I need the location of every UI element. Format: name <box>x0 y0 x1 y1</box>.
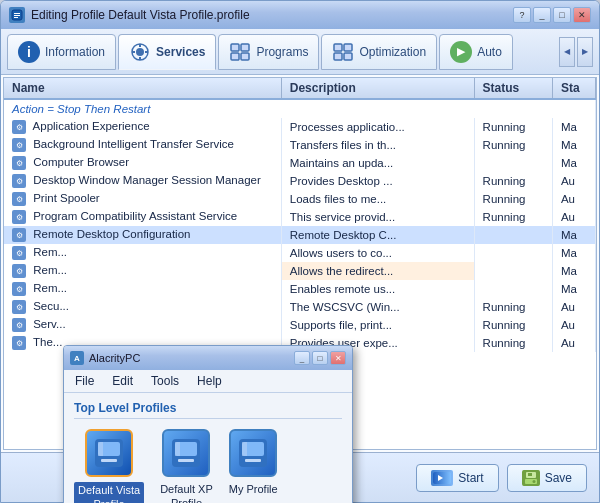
service-icon: ⚙ <box>12 138 26 152</box>
tab-optimization-label: Optimization <box>359 45 426 59</box>
col-status[interactable]: Status <box>474 78 552 99</box>
service-icon: ⚙ <box>12 300 26 314</box>
service-icon: ⚙ <box>12 120 26 134</box>
service-description: Provides Desktop ... <box>281 172 474 190</box>
col-name[interactable]: Name <box>4 78 281 99</box>
table-row: ⚙ Rem... Allows users to co... Ma <box>4 244 596 262</box>
service-startup: Ma <box>552 154 595 172</box>
service-description: Transfers files in th... <box>281 136 474 154</box>
service-description: Remote Desktop C... <box>281 226 474 244</box>
service-status: Running <box>474 136 552 154</box>
col-startup[interactable]: Sta <box>552 78 595 99</box>
tab-optimization[interactable]: Optimization <box>321 34 437 70</box>
service-name: ⚙ Secu... <box>4 298 281 316</box>
close-button[interactable]: ✕ <box>573 7 591 23</box>
menu-file[interactable]: File <box>72 373 97 389</box>
help-button[interactable]: ? <box>513 7 531 23</box>
service-startup: Ma <box>552 136 595 154</box>
profile-label-vista: Default VistaProfile <box>74 482 144 503</box>
service-icon: ⚙ <box>12 156 26 170</box>
profile-icon-xp <box>162 429 210 477</box>
service-icon: ⚙ <box>12 318 26 332</box>
action-text: Action = Stop Then Restart <box>4 99 596 118</box>
minimize-button[interactable]: _ <box>533 7 551 23</box>
save-button[interactable]: Save <box>507 464 587 492</box>
services-table: Name Description Status Sta Action = Sto… <box>4 78 596 352</box>
tab-programs[interactable]: Programs <box>218 34 319 70</box>
service-name: ⚙ Remote Desktop Configuration <box>4 226 281 244</box>
tab-auto[interactable]: ▶ Auto <box>439 34 513 70</box>
service-status: Running <box>474 298 552 316</box>
scroll-left-button[interactable]: ◀ <box>559 37 575 67</box>
service-icon: ⚙ <box>12 336 26 350</box>
menu-help[interactable]: Help <box>194 373 225 389</box>
profile-label-my: My Profile <box>229 482 278 496</box>
save-label: Save <box>545 471 572 485</box>
tab-information[interactable]: i Information <box>7 34 116 70</box>
popup-minimize-button[interactable]: _ <box>294 351 310 365</box>
service-icon: ⚙ <box>12 282 26 296</box>
menu-edit[interactable]: Edit <box>109 373 136 389</box>
toolbar: i Information Services <box>1 29 599 75</box>
service-startup: Au <box>552 190 595 208</box>
service-status <box>474 280 552 298</box>
window-title: Editing Profile Default Vista Profile.pr… <box>31 8 250 22</box>
popup-window: A AlacrityPC _ □ ✕ File Edit Tools Help … <box>63 345 353 503</box>
table-row: ⚙ Desktop Window Manager Session Manager… <box>4 172 596 190</box>
service-name: ⚙ Computer Browser <box>4 154 281 172</box>
content-wrapper: Name Description Status Sta Action = Sto… <box>1 75 599 502</box>
start-button[interactable]: Start <box>416 464 498 492</box>
profile-label-xp: Default XPProfile <box>160 482 213 503</box>
popup-close-button[interactable]: ✕ <box>330 351 346 365</box>
service-status <box>474 226 552 244</box>
service-icon: ⚙ <box>12 246 26 260</box>
service-status: Running <box>474 316 552 334</box>
svg-rect-13 <box>241 53 249 60</box>
svg-rect-36 <box>242 442 247 456</box>
svg-rect-32 <box>175 442 180 456</box>
service-description: Enables remote us... <box>281 280 474 298</box>
popup-title-text: AlacrityPC <box>89 352 140 364</box>
popup-maximize-button[interactable]: □ <box>312 351 328 365</box>
table-row: ⚙ Rem... Allows the redirect... Ma <box>4 262 596 280</box>
service-status: Running <box>474 118 552 136</box>
table-row: ⚙ Background Intelligent Transfer Servic… <box>4 136 596 154</box>
service-name: ⚙ Rem... <box>4 280 281 298</box>
service-startup: Ma <box>552 262 595 280</box>
profile-item-my-profile[interactable]: My Profile <box>229 429 278 496</box>
service-startup: Ma <box>552 280 595 298</box>
menu-tools[interactable]: Tools <box>148 373 182 389</box>
scroll-right-button[interactable]: ▶ <box>577 37 593 67</box>
table-row: ⚙ Remote Desktop Configuration Remote De… <box>4 226 596 244</box>
service-name: ⚙ Program Compatibility Assistant Servic… <box>4 208 281 226</box>
table-row: ⚙ Print Spooler Loads files to me... Run… <box>4 190 596 208</box>
title-bar: Editing Profile Default Vista Profile.pr… <box>1 1 599 29</box>
tab-services[interactable]: Services <box>118 34 216 70</box>
service-description: This service provid... <box>281 208 474 226</box>
service-startup: Au <box>552 298 595 316</box>
service-description: Loads files to me... <box>281 190 474 208</box>
popup-profiles: Default VistaProfile Default XP <box>74 429 342 503</box>
service-status <box>474 154 552 172</box>
service-name: ⚙ Print Spooler <box>4 190 281 208</box>
profile-item-default-xp[interactable]: Default XPProfile <box>160 429 213 503</box>
service-name: ⚙ Application Experience <box>4 118 281 136</box>
service-icon: ⚙ <box>12 264 26 278</box>
svg-point-5 <box>136 48 144 56</box>
table-row: ⚙ Serv... Supports file, print... Runnin… <box>4 316 596 334</box>
profile-item-default-vista[interactable]: Default VistaProfile <box>74 429 144 503</box>
svg-rect-22 <box>528 473 532 476</box>
service-startup: Au <box>552 334 595 352</box>
save-icon <box>522 470 540 486</box>
maximize-button[interactable]: □ <box>553 7 571 23</box>
service-description: Processes applicatio... <box>281 118 474 136</box>
svg-point-24 <box>532 480 535 483</box>
popup-section-title: Top Level Profiles <box>74 401 342 419</box>
tab-programs-label: Programs <box>256 45 308 59</box>
service-name: ⚙ Rem... <box>4 244 281 262</box>
svg-rect-10 <box>231 44 239 51</box>
service-name: ⚙ Rem... <box>4 262 281 280</box>
service-description: Allows the redirect... <box>281 262 474 280</box>
col-description[interactable]: Description <box>281 78 474 99</box>
svg-rect-3 <box>14 17 18 18</box>
